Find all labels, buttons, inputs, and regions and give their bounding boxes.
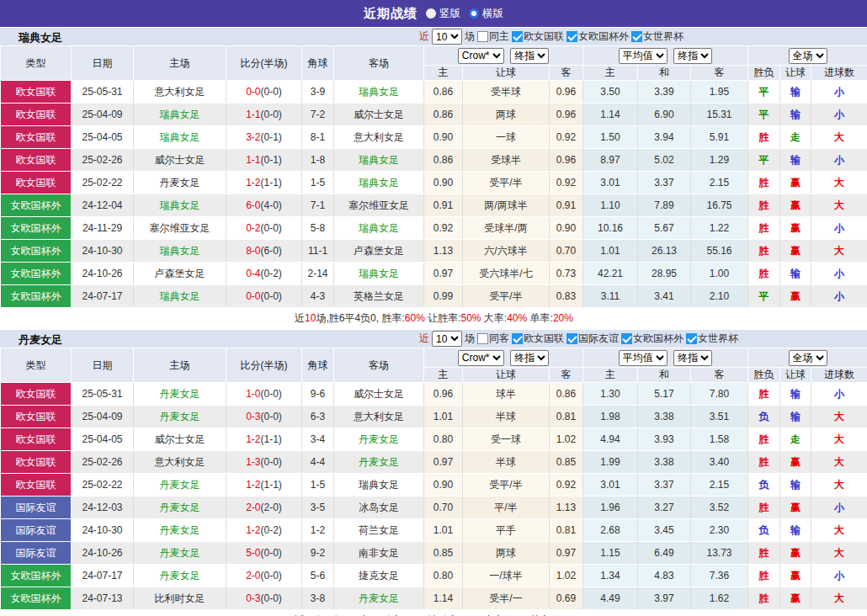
crow-home-odds: 0.90 [424,172,463,194]
col-header-score: 比分(半场) [226,348,302,383]
league-checkbox[interactable]: 女欧国杯外 [566,29,629,44]
handicap-result-cell: 输 [780,104,811,126]
league-checkbox[interactable]: 女世界杯 [631,29,683,44]
score-cell: 5-0(0-0) [226,542,302,565]
date-cell: 24-07-17 [72,285,134,308]
corner-cell: 7-1 [302,194,334,217]
league-checkbox[interactable]: 女欧国杯外 [621,332,683,346]
result-cell: 负 [748,406,780,428]
scope-select[interactable]: 全场 [789,350,827,366]
goals-result-cell: 大 [811,406,867,428]
avg-away-odds: 5.91 [691,126,748,149]
layout-radio-vertical[interactable]: 竖版 [426,7,460,21]
match-count-select[interactable]: 10 [432,331,462,347]
avg-away-odds: 3.51 [691,406,748,428]
near-label: 近 [419,29,429,44]
date-cell: 24-10-30 [72,519,134,542]
crow-home-odds: 0.99 [424,285,463,308]
score-cell: 1-3(0-0) [226,451,302,474]
avg-home-odds: 1.14 [583,104,638,126]
crow-handicap: 受六球半/七 [463,263,550,285]
result-cell: 胜 [748,587,780,610]
league-checkbox-label: 欧女国联 [524,332,564,346]
home-team-cell: 瑞典女足 [134,240,226,263]
league-checkbox[interactable]: 女世界杯 [686,332,738,346]
subcol-result: 胜负 [748,66,780,81]
crow-handicap: 半球 [463,451,550,474]
date-cell: 24-10-30 [72,240,134,263]
home-team-cell: 丹麦女足 [134,406,226,428]
away-team-cell: 威尔士女足 [334,383,424,406]
scope-select[interactable]: 全场 [789,48,827,64]
match-row: 欧女国联25-04-05瑞典女足3-2(0-1)8-1意大利女足0.90一球0.… [1,126,867,149]
summary-text: 大率: [481,312,508,324]
handicap-result-cell: 赢 [780,497,811,519]
league-checkbox[interactable]: 欧女国联 [512,29,564,44]
average-select[interactable]: 平均值 [619,350,668,366]
summary-value: 40% [507,312,527,324]
league-checkbox-group: 欧女国联国际友谊女欧国杯外女世界杯 [512,332,738,346]
near-label: 近 [419,332,429,346]
odds-stage-select[interactable]: 终指 [510,48,549,64]
handicap-result-cell: 输 [780,474,811,497]
avg-home-odds: 10.16 [583,217,638,240]
crow-away-odds: 0.86 [550,383,583,406]
subcol-avg-away: 客 [691,66,748,81]
results-table-denmark: 类型 日期 主场 比分(半场) 角球 客场 Crow* 终指 平均值 终指 全场 [0,348,867,616]
checkbox-unchecked-icon [477,31,488,42]
date-cell: 25-05-31 [72,81,134,104]
handicap-result-cell: 赢 [780,285,811,308]
league-checkbox[interactable]: 欧女国联 [512,332,564,346]
match-count-select[interactable]: 10 [432,29,462,45]
avg-away-odds: 1.58 [691,428,748,451]
col-header-type: 类型 [1,46,72,81]
crow-handicap: 受平/半 [463,285,550,308]
average-stage-select[interactable]: 终指 [673,350,712,366]
summary-row: 近10场,胜7平0负3, 胜率:70% 让胜率:50% 大率:70% 单率:70… [1,610,867,616]
goals-result-cell: 大 [811,172,867,194]
same-venue-checkbox[interactable]: 同客 [477,332,509,346]
same-venue-checkbox[interactable]: 同主 [477,29,509,44]
away-team-cell: 捷克女足 [334,565,424,587]
goals-result-cell: 小 [811,81,867,104]
result-cell: 胜 [748,542,780,565]
avg-home-odds: 8.97 [583,149,638,172]
date-cell: 24-12-04 [72,194,134,217]
score-cell: 0-3(0-0) [226,406,302,428]
bookmaker-select[interactable]: Crow* [458,48,504,64]
corner-cell: 1-2 [302,519,334,542]
result-cell: 胜 [748,172,780,194]
goals-result-cell: 大 [811,542,867,565]
match-row: 女欧国杯外24-11-29塞尔维亚女足0-2(0-0)5-8瑞典女足0.92受球… [1,217,867,240]
avg-home-odds: 1.30 [583,383,638,406]
match-row: 欧女国联25-02-22丹麦女足1-2(1-1)1-5瑞典女足0.90受平/半0… [1,474,867,497]
checkbox-checked-icon [566,333,577,344]
score-cell: 0-3(0-0) [226,587,302,610]
result-cell: 平 [748,285,780,308]
odds-stage-select[interactable]: 终指 [510,350,549,366]
crow-handicap: 受半球 [463,81,550,104]
result-cell: 胜 [748,126,780,149]
checkbox-checked-icon [686,333,697,344]
average-select[interactable]: 平均值 [619,48,668,64]
league-checkbox[interactable]: 国际友谊 [566,332,619,346]
crow-away-odds: 0.83 [550,285,583,308]
crow-away-odds: 0.90 [550,217,583,240]
match-row: 欧女国联25-05-31意大利女足0-0(0-0)3-9瑞典女足0.86受半球0… [1,81,867,104]
type-badge: 国际友谊 [1,519,72,542]
avg-draw-odds: 3.38 [638,451,691,474]
crow-handicap: 一球 [463,126,550,149]
home-team-cell: 威尔士女足 [134,428,226,451]
crow-handicap: 两/两球半 [463,194,550,217]
result-cell: 平 [748,104,780,126]
type-badge: 欧女国联 [1,406,72,428]
layout-radio-horizontal[interactable]: 横版 [469,7,503,21]
handicap-result-cell: 输 [780,81,811,104]
crow-home-odds: 0.92 [424,217,463,240]
date-cell: 25-02-22 [72,172,134,194]
bookmaker-select[interactable]: Crow* [458,350,504,366]
average-stage-select[interactable]: 终指 [673,48,712,64]
crow-away-odds: 0.92 [550,172,583,194]
team-name: 丹麦女足 [19,332,62,348]
col-header-type: 类型 [1,348,72,383]
